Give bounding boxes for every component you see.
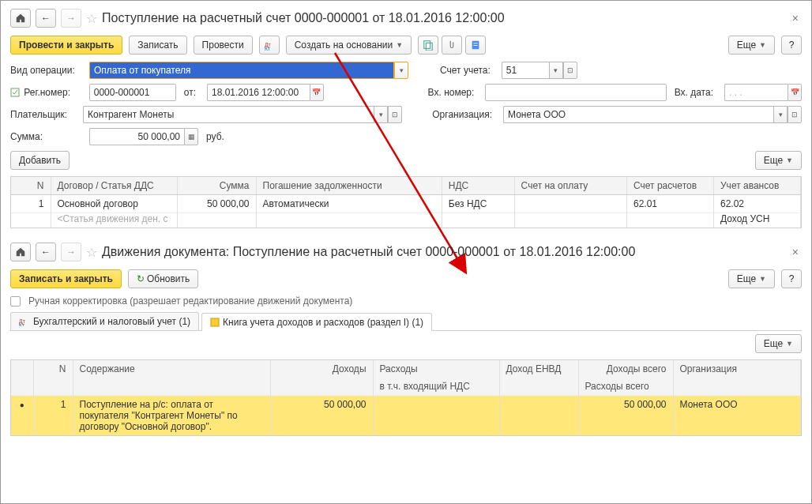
home-button[interactable]: [10, 243, 31, 261]
col-income: Доходы: [270, 360, 373, 378]
svg-rect-7: [473, 45, 477, 46]
in-no-input[interactable]: [485, 84, 666, 101]
help-button[interactable]: ?: [781, 36, 802, 55]
col-n: N: [11, 177, 51, 195]
document-icon: [470, 39, 481, 51]
open-button[interactable]: ⊡: [388, 106, 402, 123]
col-descr: Содержание: [73, 360, 270, 378]
org-input[interactable]: [503, 106, 773, 123]
help-button[interactable]: ?: [781, 269, 802, 288]
paperclip-icon: [446, 39, 457, 51]
dropdown-button[interactable]: ▾: [549, 62, 563, 79]
refresh-button[interactable]: ↻ Обновить: [128, 269, 198, 288]
col-contract: Договор / Статья ДДС: [51, 177, 177, 195]
account-label: Счет учета:: [440, 65, 494, 76]
home-icon: [15, 246, 26, 258]
table-row[interactable]: ● 1 Поступление на р/с: оплата от покупа…: [11, 396, 801, 436]
write-button[interactable]: Записать: [129, 36, 186, 55]
svg-text:Кт: Кт: [265, 46, 271, 51]
op-type-input[interactable]: [89, 62, 394, 79]
payer-input[interactable]: [83, 106, 374, 123]
col-invoice: Счет на оплату: [514, 177, 626, 195]
col-org: Организация: [673, 360, 801, 378]
sum-label: Сумма:: [10, 131, 81, 142]
dropdown-button[interactable]: ▾: [374, 106, 388, 123]
movements-button[interactable]: ДтКт: [259, 36, 280, 55]
book-icon: [210, 318, 220, 327]
col-income-all: Доходы всего: [578, 360, 673, 378]
chevron-down-icon: ▼: [786, 340, 793, 348]
sum-input[interactable]: [89, 128, 184, 145]
tab-accounting[interactable]: ДтКт Бухгалтерский и налоговый учет (1): [10, 312, 199, 330]
forward-button[interactable]: →: [61, 243, 81, 261]
write-and-close-button[interactable]: Записать и закрыть: [10, 269, 122, 288]
reg-no-input[interactable]: [89, 84, 176, 101]
calendar-button[interactable]: 📅: [788, 84, 802, 101]
in-date-label: Вх. дата:: [675, 87, 716, 98]
close-button[interactable]: ×: [792, 12, 799, 24]
manual-correction-checkbox[interactable]: [10, 296, 21, 307]
date-input[interactable]: [207, 84, 310, 101]
account-input[interactable]: [502, 62, 549, 79]
op-type-label: Вид операции:: [10, 65, 81, 76]
add-row-button[interactable]: Добавить: [10, 151, 70, 170]
in-date-input[interactable]: [724, 84, 788, 101]
dropdown-button[interactable]: ▾: [773, 106, 788, 123]
forward-button[interactable]: →: [61, 9, 81, 28]
table-row[interactable]: 1 Основной договор 50 000,00 Автоматичес…: [11, 195, 801, 213]
chevron-down-icon: ▼: [759, 275, 766, 283]
favorite-star-icon[interactable]: ☆: [86, 11, 97, 26]
arrow-right-icon: →: [66, 246, 76, 258]
attach-button[interactable]: [442, 36, 462, 55]
post-button[interactable]: Провести: [194, 36, 253, 55]
page-title: Поступление на расчетный счет 0000-00000…: [102, 11, 505, 25]
home-icon: [15, 13, 26, 24]
col-n: N: [33, 360, 73, 378]
open-button[interactable]: ⊡: [563, 62, 577, 79]
arrow-left-icon: ←: [41, 13, 51, 24]
home-button[interactable]: [10, 9, 31, 28]
arrow-left-icon: ←: [41, 246, 51, 258]
post-and-close-button[interactable]: Провести и закрыть: [10, 36, 122, 55]
calculator-button[interactable]: ▦: [184, 128, 198, 145]
more-button[interactable]: Еще▼: [728, 269, 775, 288]
reg-no-label: Рег.номер:: [10, 87, 81, 98]
table-more-button[interactable]: Еще▼: [755, 334, 802, 353]
refresh-icon: ↻: [137, 273, 145, 284]
back-button[interactable]: ←: [36, 9, 56, 28]
favorite-star-icon[interactable]: ☆: [86, 245, 97, 260]
svg-rect-6: [473, 43, 477, 43]
col-expense-sub: в т.ч. входящий НДС: [373, 378, 499, 396]
svg-rect-3: [424, 41, 430, 49]
from-label: от:: [184, 87, 199, 98]
details-table: N Договор / Статья ДДС Сумма Погашение з…: [10, 176, 802, 228]
col-blank: [11, 360, 33, 378]
col-envd: Доход ЕНВД: [499, 360, 578, 378]
dropdown-button[interactable]: ▾: [394, 62, 408, 79]
svg-rect-4: [426, 43, 432, 51]
svg-rect-11: [211, 318, 219, 326]
more-button[interactable]: Еще▼: [728, 36, 775, 55]
chevron-down-icon: ▼: [396, 41, 403, 49]
org-label: Организация:: [432, 109, 495, 120]
page-title: Движения документа: Поступление на расче…: [102, 245, 635, 259]
back-button[interactable]: ←: [36, 243, 56, 261]
close-button[interactable]: ×: [792, 246, 799, 258]
calendar-button[interactable]: 📅: [310, 84, 324, 101]
chevron-down-icon: ▼: [759, 41, 766, 49]
in-no-label: Вх. номер:: [428, 87, 478, 98]
table-row-sub[interactable]: <Статья движения ден. с Доход УСН: [11, 213, 801, 228]
tab-book[interactable]: Книга учета доходов и расходов (раздел I…: [201, 313, 432, 331]
col-expense: Расходы: [373, 360, 499, 378]
chevron-down-icon: ▼: [786, 156, 793, 164]
currency-label: руб.: [206, 131, 227, 142]
create-based-button[interactable]: Создать на основании▼: [286, 36, 412, 55]
col-income-all-sub: Расходы всего: [578, 378, 673, 396]
report-button[interactable]: [465, 36, 486, 55]
col-repay: Погашение задолженности: [256, 177, 442, 195]
col-settle: Счет расчетов: [627, 177, 714, 195]
open-button[interactable]: ⊡: [788, 106, 802, 123]
table-more-button[interactable]: Еще▼: [755, 151, 802, 170]
arrow-right-icon: →: [66, 13, 76, 24]
related-docs-button[interactable]: [418, 36, 438, 55]
